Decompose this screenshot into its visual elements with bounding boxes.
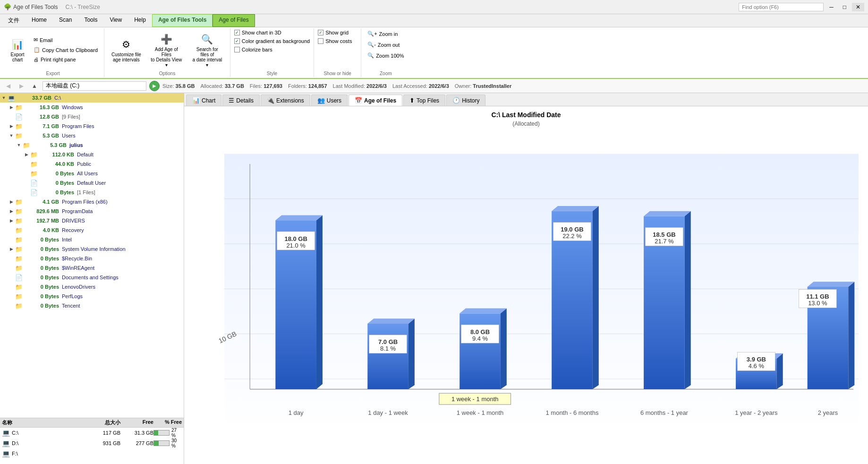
tab-home[interactable]: Home [26,14,53,27]
folders-info: Folders: 124,857 [288,83,327,89]
svg-rect-15 [367,324,408,389]
tree-toggle[interactable]: ▶ [8,103,15,111]
tab-age-of-files-tools[interactable]: Age of Files Tools [152,14,213,27]
content-tab-extensions[interactable]: 🔌Extensions [261,95,310,106]
tree-toggle[interactable]: ▶ [8,217,15,224]
tree-toggle[interactable]: ▼ [0,94,8,102]
tree-item[interactable]: ▶📁829.6 MBProgramData [0,206,184,216]
tree-item[interactable]: ▼📁5.3 GBjulius [0,140,184,150]
svg-text:3.9 GB: 3.9 GB [747,356,766,363]
tree-item[interactable]: ▶📁192.7 MBDRIVERS [0,216,184,225]
tree-toggle[interactable]: ▶ [8,207,15,215]
zoom-in-btn[interactable]: 🔍+ Zoom in [365,29,406,38]
content-tab-details[interactable]: ☰Details [222,95,260,106]
tree-item[interactable]: 📁0 BytesIntel [0,235,184,244]
find-input[interactable] [739,3,824,11]
gradient-checkbox[interactable]: ✓ [234,38,240,44]
tree-toggle[interactable]: ▶ [8,245,15,253]
export-chart-btn[interactable]: 📊 Exportchart [6,34,29,65]
tree-item[interactable]: ▶📁0 BytesSystem Volume Information [0,244,184,254]
forward-btn[interactable]: ▶ [16,81,26,91]
tab-view[interactable]: View [103,14,128,27]
zoom-out-btn[interactable]: 🔍- Zoom out [365,40,406,49]
search-date-btn[interactable]: 🔍 Search for files ofa date interval ▾ [188,29,226,70]
tree-item[interactable]: 📁0 BytesPerfLogs [0,292,184,301]
drive-row[interactable]: 💻 C:\ 117 GB 31.3 GB 27 % [0,428,184,438]
tree-toggle[interactable]: ▼ [15,141,23,149]
tree-item[interactable]: 📄12.8 GB[9 Files] [0,112,184,121]
tree-toggle[interactable]: ▶ [23,151,30,158]
maximize-btn[interactable]: □ [839,3,850,11]
tree-item[interactable]: 📁0 Bytes$Recycle.Bin [0,254,184,263]
zoom-100-btn[interactable]: 🔍 Zoom 100% [365,51,406,60]
tree-toggle[interactable]: ▶ [8,122,15,130]
close-btn[interactable]: ✕ [852,3,864,11]
svg-text:18.0 GB: 18.0 GB [284,235,307,242]
tree-item[interactable]: 📁44.0 KBPublic [0,159,184,169]
print-icon: 🖨 [34,57,39,62]
up-btn[interactable]: ▲ [29,81,40,91]
gradient-cb[interactable]: ✓ Color gradient as background [234,38,310,44]
tree-icon: 📁 [15,198,23,206]
email-btn[interactable]: ✉ Email [31,35,100,44]
tree-size: 0 Bytes [39,180,74,186]
show-grid-checkbox[interactable]: ✓ [318,30,323,35]
tree-item[interactable]: ▶📁112.0 KBDefault [0,150,184,159]
tab-help[interactable]: Help [128,14,152,27]
tree-item[interactable]: ▼📁5.3 GBUsers [0,131,184,140]
tree-item[interactable]: 📁0 Bytes$WinREAgent [0,263,184,273]
drive-pct-text: 30 % [171,438,182,448]
drive-row[interactable]: 💻 F:\ [0,448,184,459]
show-3d-checkbox[interactable]: ✓ [234,30,240,35]
ribbon-export-col: ✉ Email 📋 Copy Chart to Clipboard 🖨 Prin… [31,35,100,64]
tab-file[interactable]: 文件 [2,14,26,27]
scan-btn[interactable]: ▶ [149,81,160,91]
content-tab-history[interactable]: 🕐History [446,95,485,106]
back-btn[interactable]: ◀ [3,81,13,91]
show-costs-checkbox[interactable] [318,38,323,44]
minimize-btn[interactable]: ─ [825,3,837,11]
drive-name: D:\ [12,440,87,446]
content-tab-top-files[interactable]: ⬆Top Files [403,95,445,106]
tab-tools[interactable]: Tools [78,14,103,27]
tree-item[interactable]: ▶📁7.1 GBProgram Files [0,121,184,131]
tree-toggle[interactable]: ▶ [8,198,15,206]
tree-size: 5.3 GB [31,142,67,148]
drive-row[interactable]: 💻 D:\ 931 GB 277 GB 30 % [0,438,184,448]
tree-item[interactable]: ▶📁16.3 GBWindows [0,103,184,112]
tree-item[interactable]: ▶📁4.1 GBProgram Files (x86) [0,197,184,206]
content-tab-users[interactable]: 👥Users [311,95,348,106]
tree-item[interactable]: 📄0 BytesDocuments and Settings [0,273,184,282]
svg-text:8.0 GB: 8.0 GB [470,328,490,335]
svg-text:6 months - 1 year: 6 months - 1 year [640,409,689,416]
tree-size: 12.8 GB [24,114,59,120]
content-tab-chart[interactable]: 📊Chart [186,95,221,106]
tree-toggle[interactable]: ▼ [8,132,15,139]
tree-item[interactable]: 📁0 BytesAll Users [0,169,184,178]
colorize-cb[interactable]: Colorize bars [234,46,310,53]
show-grid-cb[interactable]: ✓ Show grid [318,29,357,36]
path-input[interactable] [43,81,146,91]
tree-item[interactable]: 📄0 BytesDefault User [0,178,184,188]
show-costs-cb[interactable]: Show costs [318,38,357,44]
tree-icon: 📁 [23,141,30,149]
add-details-btn[interactable]: ➕ Add Age of Filesto Details View ▾ [146,29,187,70]
tree-icon: 📁 [15,122,23,130]
tree-item[interactable]: 📄0 Bytes[1 Files] [0,188,184,197]
print-btn[interactable]: 🖨 Print right pane [31,55,100,64]
tab-scan[interactable]: Scan [53,14,78,27]
tab-age-of-files[interactable]: Age of Files [213,14,255,27]
colorize-checkbox[interactable] [234,47,240,52]
copy-chart-btn[interactable]: 📋 Copy Chart to Clipboard [31,45,100,54]
svg-text:9.4 %: 9.4 % [472,335,488,342]
svg-text:13.0 %: 13.0 % [808,300,827,307]
content-tabs: 📊Chart☰Details🔌Extensions👥Users📅Age of F… [184,93,868,106]
tab-label: Top Files [417,97,439,104]
tree-item[interactable]: 📁4.0 KBRecovery [0,225,184,235]
tree-item[interactable]: 📁0 BytesTencent [0,301,184,310]
tree-item[interactable]: ▼💻33.7 GBC:\ [0,93,184,103]
customize-btn[interactable]: ⚙ Customize fileage intervals [108,34,145,65]
show-3d-cb[interactable]: ✓ Show chart in 3D [234,29,310,36]
content-tab-age-of-files[interactable]: 📅Age of Files [349,95,402,106]
tree-item[interactable]: 📁0 BytesLenovoDrivers [0,282,184,292]
